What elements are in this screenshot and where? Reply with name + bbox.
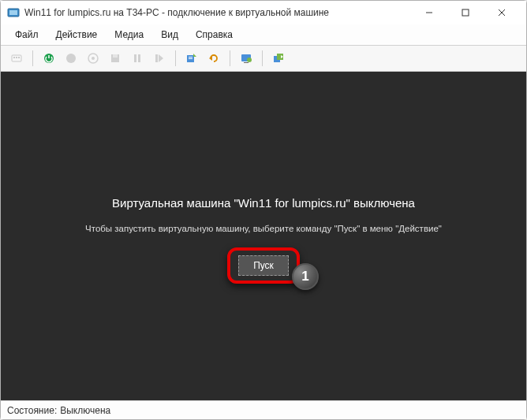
svg-rect-7 xyxy=(13,57,15,58)
svg-rect-8 xyxy=(16,57,17,58)
menu-media[interactable]: Медиа xyxy=(107,26,151,43)
checkpoint-button[interactable] xyxy=(182,49,201,68)
vm-viewport: Виртуальная машина "Win11 for lumpics.ru… xyxy=(1,72,526,400)
svg-rect-3 xyxy=(462,9,469,16)
window-title: Win11 for lumpics.ru на T34-PC - подключ… xyxy=(24,7,411,18)
toolbar-separator xyxy=(230,50,230,66)
menubar: Файл Действие Медиа Вид Справка xyxy=(1,24,526,46)
menu-view[interactable]: Вид xyxy=(153,26,186,43)
status-label: Состояние: xyxy=(7,405,57,416)
toolbar-separator xyxy=(175,50,176,66)
start-vm-button[interactable] xyxy=(39,49,58,68)
menu-file[interactable]: Файл xyxy=(7,26,47,43)
turnoff-button xyxy=(62,49,80,68)
svg-rect-1 xyxy=(9,10,17,15)
window-controls xyxy=(411,1,520,24)
svg-rect-16 xyxy=(113,54,118,58)
ctrl-alt-del-button xyxy=(7,49,26,68)
svg-rect-18 xyxy=(138,54,140,62)
close-button[interactable] xyxy=(484,1,520,24)
svg-rect-9 xyxy=(18,57,20,58)
svg-rect-17 xyxy=(134,54,136,62)
svg-point-14 xyxy=(92,57,95,60)
titlebar: Win11 for lumpics.ru на T34-PC - подключ… xyxy=(1,1,526,24)
app-window: Win11 for lumpics.ru на T34-PC - подключ… xyxy=(0,0,527,420)
toolbar xyxy=(1,46,526,72)
minimize-button[interactable] xyxy=(411,1,447,24)
svg-point-12 xyxy=(66,54,76,63)
svg-rect-24 xyxy=(189,58,192,59)
toolbar-separator xyxy=(32,50,33,66)
toolbar-separator xyxy=(262,50,263,66)
shutdown-button xyxy=(84,49,103,68)
svg-marker-20 xyxy=(159,54,163,62)
save-button xyxy=(106,49,125,68)
svg-marker-22 xyxy=(193,54,196,57)
status-value: Выключена xyxy=(60,405,110,416)
vm-status-hint: Чтобы запустить виртуальную машину, выбе… xyxy=(85,224,442,233)
statusbar: Состояние: Выключена xyxy=(1,400,526,419)
svg-rect-19 xyxy=(155,54,158,62)
svg-rect-23 xyxy=(189,57,192,58)
revert-button[interactable] xyxy=(204,49,223,68)
enhanced-session-button[interactable] xyxy=(237,49,256,68)
share-button[interactable] xyxy=(269,49,288,68)
reset-button xyxy=(150,49,169,68)
menu-action[interactable]: Действие xyxy=(48,26,106,43)
maximize-button[interactable] xyxy=(447,1,484,24)
svg-point-28 xyxy=(247,58,252,62)
vm-status-heading: Виртуальная машина "Win11 for lumpics.ru… xyxy=(112,196,415,210)
start-vm-center-button[interactable]: Пуск xyxy=(238,255,289,276)
app-icon xyxy=(7,6,20,19)
pause-button xyxy=(128,49,147,68)
svg-rect-27 xyxy=(244,62,249,63)
start-button-wrapper: Пуск 1 xyxy=(238,255,289,276)
menu-help[interactable]: Справка xyxy=(188,26,241,43)
annotation-callout: 1 xyxy=(292,263,319,290)
